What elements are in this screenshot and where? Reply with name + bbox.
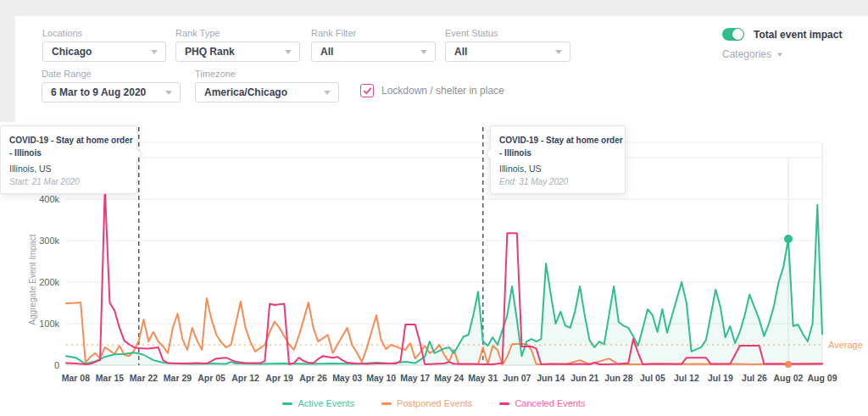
filter-date-range: Date Range 6 Mar to 9 Aug 2020 <box>42 69 181 103</box>
filter-timezone: Timezone America/Chicago <box>195 69 339 103</box>
chevron-down-icon <box>555 50 562 54</box>
legend-postponed-events[interactable]: Postponed Events <box>381 398 472 408</box>
locations-label: Locations <box>42 28 166 38</box>
tooltip-location: Illinois, US <box>499 164 616 174</box>
y-tick-label: 400k <box>27 194 59 204</box>
chevron-down-icon <box>165 91 172 95</box>
rank-filter-label: Rank Filter <box>311 28 436 38</box>
y-tick-label: 300k <box>27 236 59 246</box>
date-range-value: 6 Mar to 9 Aug 2020 <box>51 86 146 98</box>
categories-label: Categories <box>722 48 771 60</box>
toggle-knob <box>732 29 743 40</box>
chart-canvas <box>0 0 868 416</box>
date-range-label: Date Range <box>42 69 181 79</box>
tooltip-arrow <box>131 148 142 159</box>
y-tick-label: 200k <box>27 277 59 287</box>
legend-label: Canceled Events <box>515 398 585 408</box>
legend-dash-icon <box>499 402 509 405</box>
rank-type-select[interactable]: PHQ Rank <box>175 42 300 62</box>
categories-dropdown[interactable]: Categories <box>722 48 783 60</box>
legend-active-events[interactable]: Active Events <box>282 398 354 408</box>
legend-label: Postponed Events <box>397 398 472 408</box>
date-range-select[interactable]: 6 Mar to 9 Aug 2020 <box>42 82 181 103</box>
locations-value: Chicago <box>52 46 92 58</box>
y-tick-label: 0 <box>27 360 59 370</box>
tooltip-date: Start: 21 Mar 2020 <box>9 177 128 186</box>
lockdown-checkbox[interactable] <box>360 84 374 97</box>
chart-legend: Active Events Postponed Events Canceled … <box>0 398 868 408</box>
lockdown-filter: Lockdown / shelter in place <box>360 84 504 97</box>
event-status-value: All <box>454 46 467 58</box>
event-status-select[interactable]: All <box>445 42 570 62</box>
timezone-label: Timezone <box>195 69 339 79</box>
checkmark-icon <box>363 86 372 96</box>
tooltip-title: COVID-19 - Stay at home order - Illinois <box>9 134 128 159</box>
average-line-label: Average <box>828 340 863 350</box>
total-event-impact-toggle[interactable] <box>722 28 744 41</box>
tooltip-arrow <box>485 148 496 159</box>
page-margin <box>0 16 15 122</box>
locations-select[interactable]: Chicago <box>42 42 166 62</box>
impact-toggle-label: Total event impact <box>754 29 842 41</box>
tooltip-date: End: 31 May 2020 <box>499 177 616 186</box>
event-impact-dashboard: Locations Chicago Rank Type PHQ Rank Ran… <box>0 0 868 416</box>
rank-filter-select[interactable]: All <box>311 42 436 62</box>
legend-dash-icon <box>381 402 392 405</box>
chevron-down-icon <box>324 91 331 95</box>
chevron-down-icon <box>777 53 783 56</box>
filter-rank-type: Rank Type PHQ Rank <box>175 28 300 62</box>
tooltip-location: Illinois, US <box>9 164 128 174</box>
event-status-label: Event Status <box>445 28 570 38</box>
legend-label: Active Events <box>298 398 354 408</box>
impact-toggle-row: Total event impact <box>722 28 842 41</box>
chevron-down-icon <box>285 50 292 54</box>
legend-dash-icon <box>282 402 292 405</box>
tooltip-title: COVID-19 - Stay at home order - Illinois <box>499 134 616 159</box>
annotation-tooltip-start: COVID-19 - Stay at home order - Illinois… <box>0 125 137 194</box>
lockdown-checkbox-label: Lockdown / shelter in place <box>381 85 504 97</box>
rank-type-label: Rank Type <box>175 28 300 38</box>
rank-filter-value: All <box>320 46 333 58</box>
filter-locations: Locations Chicago <box>42 28 166 62</box>
filter-rank-filter: Rank Filter All <box>311 28 436 62</box>
chevron-down-icon <box>420 50 427 54</box>
y-tick-label: 100k <box>27 319 59 329</box>
annotation-tooltip-end: COVID-19 - Stay at home order - Illinois… <box>490 125 626 194</box>
top-bar <box>0 0 868 16</box>
timezone-select[interactable]: America/Chicago <box>195 82 339 103</box>
chevron-down-icon <box>151 50 158 54</box>
timezone-value: America/Chicago <box>204 86 287 98</box>
rank-type-value: PHQ Rank <box>185 46 235 58</box>
filter-event-status: Event Status All <box>445 28 570 62</box>
impact-chart[interactable] <box>0 0 868 416</box>
legend-canceled-events[interactable]: Canceled Events <box>499 398 585 408</box>
x-tick-label: Aug 09 <box>803 373 842 383</box>
